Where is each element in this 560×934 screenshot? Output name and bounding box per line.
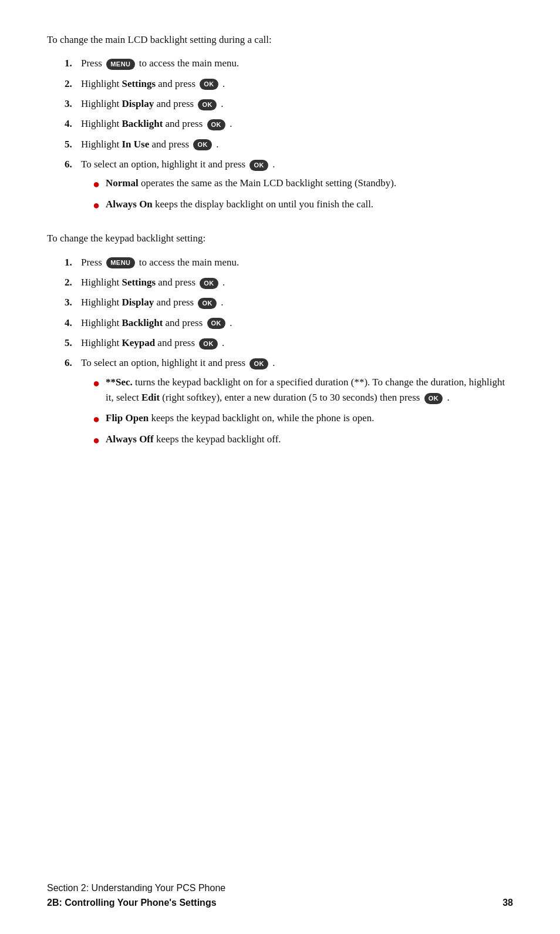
step-content: To select an option, highlight it and pr… bbox=[81, 355, 513, 452]
step-num: 5. bbox=[65, 137, 81, 152]
bold-text: Display bbox=[122, 297, 154, 308]
bold-text: Flip Open bbox=[106, 412, 149, 424]
step-2-1: 1. Press MENU to access the main menu. bbox=[65, 255, 513, 270]
step-num: 3. bbox=[65, 96, 81, 112]
step-num: 1. bbox=[65, 255, 81, 270]
bullet-content: Always Off keeps the keypad backlight of… bbox=[106, 432, 513, 447]
section-2-bullets: ● **Sec. turns the keypad backlight on f… bbox=[93, 375, 513, 448]
ok-badge: OK bbox=[249, 358, 268, 369]
step-1-3: 3. Highlight Display and press OK . bbox=[65, 96, 513, 112]
bullet-dot: ● bbox=[93, 176, 106, 192]
bold-text: Display bbox=[122, 98, 154, 109]
ok-badge: OK bbox=[249, 160, 268, 171]
step-content: Highlight Settings and press OK . bbox=[81, 275, 513, 290]
step-content: To select an option, highlight it and pr… bbox=[81, 157, 513, 218]
page-content: To change the main LCD backlight setting… bbox=[0, 0, 560, 506]
step-2-6: 6. To select an option, highlight it and… bbox=[65, 355, 513, 452]
section-1-bullets: ● Normal operates the same as the Main L… bbox=[93, 176, 513, 213]
step-num: 6. bbox=[65, 157, 81, 172]
bold-text: Always On bbox=[106, 199, 153, 210]
bullet-sec: ● **Sec. turns the keypad backlight on f… bbox=[93, 375, 513, 406]
section-2-steps: 1. Press MENU to access the main menu. 2… bbox=[65, 255, 513, 453]
bold-text: Backlight bbox=[122, 118, 163, 129]
bold-text: Settings bbox=[122, 78, 156, 89]
step-num: 2. bbox=[65, 76, 81, 92]
step-1-6: 6. To select an option, highlight it and… bbox=[65, 157, 513, 218]
step-num: 6. bbox=[65, 355, 81, 371]
ok-badge: OK bbox=[193, 139, 212, 150]
ok-badge: OK bbox=[207, 318, 226, 329]
step-content: Highlight Backlight and press OK . bbox=[81, 315, 513, 331]
footer-subsection: 2B: Controlling Your Phone's Settings bbox=[47, 896, 225, 911]
step-2-3: 3. Highlight Display and press OK . bbox=[65, 295, 513, 310]
step-content: Highlight Display and press OK . bbox=[81, 96, 513, 112]
step-1-2: 2. Highlight Settings and press OK . bbox=[65, 76, 513, 92]
bullet-always-off: ● Always Off keeps the keypad backlight … bbox=[93, 432, 513, 448]
bold-text: Normal bbox=[106, 177, 139, 189]
step-num: 4. bbox=[65, 315, 81, 331]
ok-badge: OK bbox=[200, 79, 218, 90]
footer-row: Section 2: Understanding Your PCS Phone … bbox=[47, 881, 513, 911]
footer-section: Section 2: Understanding Your PCS Phone bbox=[47, 881, 225, 896]
bold-text: In Use bbox=[122, 139, 149, 150]
step-num: 3. bbox=[65, 295, 81, 310]
bullet-dot: ● bbox=[93, 375, 106, 391]
step-num: 1. bbox=[65, 56, 81, 71]
bold-text: Keypad bbox=[122, 337, 155, 348]
ok-badge: OK bbox=[424, 393, 443, 404]
step-num: 4. bbox=[65, 116, 81, 132]
step-2-4: 4. Highlight Backlight and press OK . bbox=[65, 315, 513, 331]
step-2-5: 5. Highlight Keypad and press OK . bbox=[65, 335, 513, 351]
intro-1: To change the main LCD backlight setting… bbox=[47, 32, 513, 48]
bullet-content: Always On keeps the display backlight on… bbox=[106, 197, 513, 212]
bullet-dot: ● bbox=[93, 411, 106, 427]
step-content: Highlight Keypad and press OK . bbox=[81, 335, 513, 351]
step-1-1: 1. Press MENU to access the main menu. bbox=[65, 56, 513, 71]
step-2-2: 2. Highlight Settings and press OK . bbox=[65, 275, 513, 290]
menu-badge: MENU bbox=[106, 59, 134, 70]
footer: Section 2: Understanding Your PCS Phone … bbox=[47, 881, 513, 911]
ok-badge: OK bbox=[207, 119, 226, 130]
bold-text: Backlight bbox=[122, 317, 163, 328]
ok-badge: OK bbox=[198, 298, 217, 309]
ok-badge: OK bbox=[199, 338, 218, 350]
bullet-dot: ● bbox=[93, 197, 106, 213]
step-content: Highlight Settings and press OK . bbox=[81, 76, 513, 92]
bullet-content: Normal operates the same as the Main LCD… bbox=[106, 176, 513, 191]
menu-badge: MENU bbox=[106, 257, 134, 268]
bullet-always-on: ● Always On keeps the display backlight … bbox=[93, 197, 513, 213]
step-content: Highlight In Use and press OK . bbox=[81, 137, 513, 152]
step-content: Highlight Backlight and press OK . bbox=[81, 116, 513, 132]
section-1-steps: 1. Press MENU to access the main menu. 2… bbox=[65, 56, 513, 218]
step-content: Press MENU to access the main menu. bbox=[81, 255, 513, 270]
step-num: 5. bbox=[65, 335, 81, 351]
bold-text: Edit bbox=[141, 392, 160, 403]
bold-text: Always Off bbox=[106, 434, 154, 445]
bullet-dot: ● bbox=[93, 432, 106, 448]
step-content: Highlight Display and press OK . bbox=[81, 295, 513, 310]
intro-2: To change the keypad backlight setting: bbox=[47, 231, 513, 246]
step-content: Press MENU to access the main menu. bbox=[81, 56, 513, 71]
step-num: 2. bbox=[65, 275, 81, 290]
ok-badge: OK bbox=[198, 99, 217, 110]
bold-text: **Sec. bbox=[106, 377, 133, 388]
bullet-flip-open: ● Flip Open keeps the keypad backlight o… bbox=[93, 411, 513, 427]
step-1-4: 4. Highlight Backlight and press OK . bbox=[65, 116, 513, 132]
ok-badge: OK bbox=[200, 278, 218, 289]
footer-page-number: 38 bbox=[502, 896, 513, 911]
bullet-normal: ● Normal operates the same as the Main L… bbox=[93, 176, 513, 192]
step-1-5: 5. Highlight In Use and press OK . bbox=[65, 137, 513, 152]
bold-text: Settings bbox=[122, 277, 156, 288]
bullet-content: **Sec. turns the keypad backlight on for… bbox=[106, 375, 513, 406]
footer-left: Section 2: Understanding Your PCS Phone … bbox=[47, 881, 225, 911]
bullet-content: Flip Open keeps the keypad backlight on,… bbox=[106, 411, 513, 426]
